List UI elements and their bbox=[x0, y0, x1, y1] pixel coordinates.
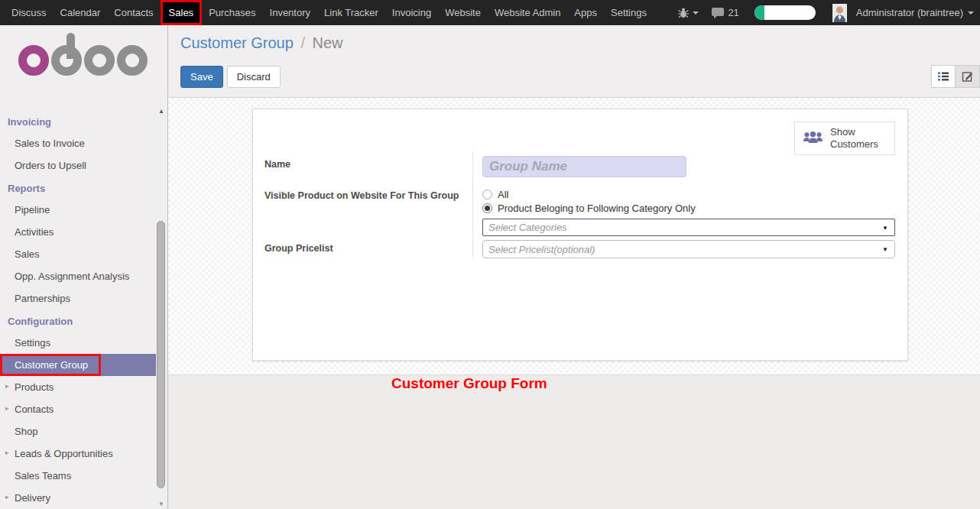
avatar[interactable] bbox=[832, 4, 847, 22]
main-area: Customer Group / New Save Discard bbox=[168, 25, 980, 509]
breadcrumb: Customer Group / New bbox=[180, 34, 343, 52]
sidebar-item-sales[interactable]: Sales bbox=[0, 243, 156, 265]
user-menu-chevron-icon[interactable] bbox=[968, 11, 974, 15]
group-pricelist-label: Group Pricelist bbox=[253, 240, 472, 258]
visible-product-label: Visible Product on Website For This Grou… bbox=[253, 187, 472, 236]
nav-item-settings[interactable]: Settings bbox=[604, 0, 654, 25]
odoo-app-window: Discuss Calendar Contacts Sales Purchase… bbox=[0, 0, 980, 509]
radio-option-category[interactable]: Product Beloging to Following Category O… bbox=[482, 201, 895, 215]
annotation-area: Customer Group Form bbox=[168, 374, 980, 509]
nav-item-purchases[interactable]: Purchases bbox=[202, 0, 262, 25]
nav-item-discuss[interactable]: Discuss bbox=[5, 0, 54, 25]
group-name-input[interactable] bbox=[482, 156, 686, 177]
chat-bubble-icon bbox=[711, 7, 725, 19]
logo-o2 bbox=[84, 45, 115, 76]
customer-group-form-sheet: Show Customers Name bbox=[252, 109, 908, 361]
radio-unselected-icon bbox=[482, 190, 492, 199]
expand-caret-icon: ▸ bbox=[5, 449, 9, 456]
sidebar-item-pipeline[interactable]: Pipeline bbox=[0, 199, 156, 221]
navbar-right-cluster: 21 Administrator (braintree) bbox=[670, 0, 980, 25]
name-label: Name bbox=[253, 156, 472, 177]
sidebar-item-partnerships[interactable]: Partnerships bbox=[0, 287, 156, 310]
sidebar-menu: Invoicing Sales to Invoice Orders to Ups… bbox=[0, 105, 167, 509]
timer-progress bbox=[754, 5, 764, 20]
sidebar-item-orders-to-upsell[interactable]: Orders to Upsell bbox=[0, 154, 156, 177]
categories-select-placeholder: Select Categories bbox=[483, 222, 567, 233]
nav-item-inventory[interactable]: Inventory bbox=[263, 0, 317, 25]
breadcrumb-customer-group-link[interactable]: Customer Group bbox=[180, 34, 294, 51]
scrollbar-thumb[interactable] bbox=[157, 221, 165, 488]
nav-item-website-admin[interactable]: Website Admin bbox=[488, 0, 567, 25]
form-view-background: Show Customers Name bbox=[168, 98, 980, 374]
nav-item-apps[interactable]: Apps bbox=[567, 0, 604, 25]
sidebar-item-activities[interactable]: Activities bbox=[0, 221, 156, 243]
sidebar-heading-invoicing: Invoicing bbox=[0, 110, 167, 132]
radio-option-all[interactable]: All bbox=[482, 187, 895, 201]
discard-button[interactable]: Discard bbox=[227, 66, 281, 88]
sidebar-item-settings[interactable]: Settings bbox=[0, 332, 156, 354]
sidebar-item-label: Leads & Opportunities bbox=[15, 448, 113, 459]
nav-item-contacts[interactable]: Contacts bbox=[107, 0, 160, 25]
bug-icon bbox=[677, 7, 690, 19]
view-switcher bbox=[931, 65, 980, 88]
nav-item-sales[interactable]: Sales bbox=[161, 0, 203, 25]
sidebar-item-label: Contacts bbox=[15, 404, 54, 415]
sidebar: Invoicing Sales to Invoice Orders to Ups… bbox=[0, 25, 168, 509]
odoo-logo bbox=[18, 45, 150, 76]
messages-indicator[interactable]: 21 bbox=[711, 7, 738, 19]
sidebar-heading-reports: Reports bbox=[0, 177, 167, 199]
sidebar-item-customer-group[interactable]: Customer Group bbox=[0, 354, 156, 376]
nav-item-link-tracker[interactable]: Link Tracker bbox=[317, 0, 385, 25]
logo-area bbox=[0, 25, 167, 105]
sidebar-item-sales-to-invoice[interactable]: Sales to Invoice bbox=[0, 132, 156, 154]
sidebar-item-sales-teams[interactable]: Sales Teams bbox=[0, 465, 156, 487]
sidebar-item-label: Products bbox=[15, 381, 54, 393]
debug-menu[interactable] bbox=[677, 7, 699, 19]
form-column-separator bbox=[472, 151, 473, 259]
scroll-up-icon[interactable]: ▲ bbox=[156, 108, 167, 115]
nav-item-invoicing[interactable]: Invoicing bbox=[385, 0, 438, 25]
breadcrumb-current: New bbox=[313, 34, 343, 51]
sidebar-item-contacts[interactable]: ▸ Contacts bbox=[0, 398, 156, 420]
control-panel: Customer Group / New Save Discard bbox=[168, 25, 980, 98]
list-view-button[interactable] bbox=[931, 65, 956, 88]
logo-o1 bbox=[18, 45, 49, 76]
pricelist-select-placeholder: Select Pricelist(optional) bbox=[483, 244, 595, 255]
show-customers-button[interactable]: Show Customers bbox=[794, 122, 895, 155]
user-menu-label[interactable]: Administrator (braintree) bbox=[856, 7, 963, 18]
logo-d bbox=[51, 45, 82, 76]
sidebar-item-opp-assignment-analysis[interactable]: Opp. Assignment Analysis bbox=[0, 265, 156, 287]
form-view-button[interactable] bbox=[956, 65, 980, 88]
expand-caret-icon: ▸ bbox=[5, 404, 9, 412]
trial-timer-widget[interactable] bbox=[754, 5, 816, 20]
edit-form-icon bbox=[962, 70, 974, 83]
annotation-caption: Customer Group Form bbox=[391, 375, 547, 392]
scroll-down-icon[interactable]: ▼ bbox=[156, 501, 167, 507]
annotation-highlight-box: Customer Group bbox=[0, 354, 101, 376]
sidebar-item-leads-opportunities[interactable]: ▸ Leads & Opportunities bbox=[0, 443, 156, 465]
save-button[interactable]: Save bbox=[180, 66, 223, 88]
list-icon bbox=[937, 71, 949, 82]
nav-item-calendar[interactable]: Calendar bbox=[54, 0, 108, 25]
chevron-down-icon: ▼ bbox=[882, 224, 888, 231]
sidebar-item-label: Delivery bbox=[15, 492, 50, 504]
message-count: 21 bbox=[728, 7, 738, 18]
top-navbar: Discuss Calendar Contacts Sales Purchase… bbox=[0, 0, 980, 25]
expand-caret-icon: ▸ bbox=[5, 382, 9, 390]
expand-caret-icon: ▸ bbox=[5, 493, 9, 501]
chevron-down-icon bbox=[693, 11, 699, 15]
nav-item-website[interactable]: Website bbox=[438, 0, 488, 25]
sidebar-heading-configuration: Configuration bbox=[0, 310, 167, 332]
radio-selected-icon bbox=[482, 203, 492, 213]
radio-option-all-label: All bbox=[498, 189, 508, 200]
pricelist-select[interactable]: Select Pricelist(optional) ▼ bbox=[482, 240, 895, 258]
radio-option-category-label: Product Beloging to Following Category O… bbox=[498, 203, 696, 214]
sidebar-item-shop[interactable]: Shop bbox=[0, 420, 156, 443]
record-actions: Save Discard bbox=[180, 66, 281, 88]
chevron-down-icon: ▼ bbox=[882, 246, 888, 253]
sidebar-item-delivery[interactable]: ▸ Delivery bbox=[0, 487, 156, 509]
sidebar-scrollbar[interactable]: ▲ ▼ bbox=[156, 106, 167, 509]
categories-select[interactable]: Select Categories ▼ bbox=[482, 219, 895, 236]
sidebar-item-products[interactable]: ▸ Products bbox=[0, 376, 156, 398]
breadcrumb-separator: / bbox=[297, 34, 308, 51]
